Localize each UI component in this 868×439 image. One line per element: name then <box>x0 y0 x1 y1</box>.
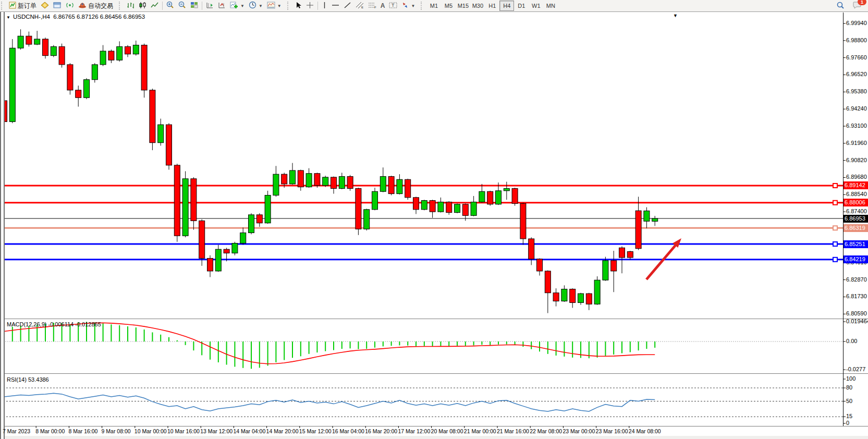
text-label-tool-button[interactable]: T <box>387 0 399 11</box>
notifications-button[interactable]: 1 <box>851 0 864 11</box>
signal-button[interactable] <box>64 0 76 11</box>
periods-clock-icon <box>249 1 256 10</box>
timeframe-button-h1[interactable]: H1 <box>485 1 499 11</box>
new-order-label: 新订单 <box>18 2 36 10</box>
search-icon <box>836 1 845 11</box>
periods-dropdown-caret[interactable]: ▼ <box>259 4 263 8</box>
current-price-label[interactable]: 6.86953 <box>843 215 868 223</box>
mt4-terminal-window: 新订单 自动交易 <box>0 0 868 439</box>
window-bottom-border <box>0 436 868 439</box>
text-label-icon: T <box>389 2 397 10</box>
timeframe-toolbar: M1M5M15M30H1H4D1W1MN <box>426 1 558 11</box>
toolbar-separator <box>317 2 318 10</box>
text-icon: A <box>381 2 385 9</box>
signal-icon <box>66 2 74 10</box>
tile-windows-button[interactable] <box>188 0 200 11</box>
timeframe-button-m15[interactable]: M15 <box>456 1 470 11</box>
vertical-line-icon <box>322 2 327 10</box>
data-window-button[interactable] <box>51 0 64 11</box>
level-price-label[interactable]: 6.88006 <box>843 199 868 206</box>
toolbar-grip <box>287 2 290 10</box>
chart-canvas[interactable] <box>0 0 868 439</box>
zoom-in-button[interactable] <box>164 0 176 11</box>
templates-dropdown-caret[interactable]: ▼ <box>277 4 282 8</box>
candlestick-chart-button[interactable] <box>137 0 149 11</box>
timeframe-button-m30[interactable]: M30 <box>470 1 485 11</box>
templates-icon <box>267 2 275 10</box>
templates-button[interactable]: ▼ <box>265 0 284 11</box>
arrows-tool-button[interactable]: ▼ <box>399 0 417 11</box>
cursor-icon <box>295 2 302 10</box>
toolbar-separator <box>202 2 202 10</box>
chart-shift-button[interactable] <box>204 0 216 11</box>
indicators-button[interactable]: ▼ <box>228 0 247 11</box>
horizontal-line-icon <box>332 2 339 10</box>
horizontal-level-lines[interactable] <box>3 184 843 262</box>
crosshair-tool-button[interactable] <box>304 0 316 11</box>
search-button[interactable] <box>834 0 847 11</box>
cursor-tool-button[interactable] <box>293 0 304 11</box>
channel-tool-button[interactable]: E <box>353 0 366 11</box>
vertical-line-tool-button[interactable] <box>320 0 329 11</box>
data-window-icon <box>53 2 62 10</box>
horizontal-line-tool-button[interactable] <box>329 0 341 11</box>
notification-badge: 1 <box>858 0 866 5</box>
macd-signal-line <box>4 323 655 363</box>
main-chart-pane[interactable] <box>2 29 843 313</box>
bar-chart-icon <box>127 2 135 10</box>
toolbar-separator <box>162 2 163 10</box>
arrows-dropdown-caret[interactable]: ▼ <box>411 4 415 8</box>
new-order-icon <box>9 2 16 10</box>
crosshair-icon <box>306 2 314 10</box>
window-left-border <box>0 11 5 439</box>
rsi-pane[interactable] <box>3 388 843 417</box>
auto-scroll-button[interactable] <box>216 0 228 11</box>
line-chart-button[interactable] <box>149 0 161 11</box>
chart-shift-icon <box>206 2 214 10</box>
channel-icon: E <box>356 2 364 10</box>
zoom-out-icon <box>178 1 186 10</box>
auto-trading-button[interactable]: 自动交易 <box>76 0 115 11</box>
indicators-dropdown-caret[interactable]: ▼ <box>240 4 244 8</box>
svg-text:T: T <box>392 3 395 8</box>
arrows-icon <box>401 2 409 10</box>
toolbar-grip <box>421 2 424 10</box>
auto-scroll-icon <box>218 2 226 10</box>
trendline-tool-button[interactable] <box>341 0 353 11</box>
level-price-label[interactable]: 6.84219 <box>843 255 868 263</box>
fibonacci-tool-button[interactable]: F <box>366 0 378 11</box>
text-tool-button[interactable]: A <box>378 0 387 11</box>
timeframe-button-m5[interactable]: M5 <box>441 1 456 11</box>
new-order-button[interactable]: 新订单 <box>7 0 39 11</box>
toolbar-grip <box>1 2 4 10</box>
timeframe-button-w1[interactable]: W1 <box>529 1 543 11</box>
svg-text:E: E <box>361 6 363 9</box>
svg-text:F: F <box>374 6 376 9</box>
zoom-in-icon <box>166 1 174 10</box>
fibonacci-icon: F <box>368 2 376 10</box>
bar-chart-button[interactable] <box>125 0 137 11</box>
trendline-icon <box>344 2 351 10</box>
market-watch-button[interactable] <box>39 0 51 11</box>
timeframe-button-d1[interactable]: D1 <box>514 1 529 11</box>
line-chart-icon <box>151 2 158 10</box>
timeframe-button-m1[interactable]: M1 <box>426 1 441 11</box>
toolbar-grip <box>119 2 122 10</box>
level-price-label[interactable]: 6.85251 <box>843 240 868 248</box>
market-watch-icon <box>41 2 49 10</box>
auto-trading-label: 自动交易 <box>88 2 113 10</box>
periods-button[interactable]: ▼ <box>247 0 265 11</box>
axes <box>0 13 868 428</box>
candlestick-chart-icon <box>139 2 146 10</box>
macd-pane[interactable] <box>3 322 843 369</box>
zoom-out-button[interactable] <box>176 0 188 11</box>
auto-trading-icon <box>78 2 87 10</box>
indicators-icon <box>230 1 238 10</box>
level-price-label[interactable]: 6.86319 <box>843 224 868 232</box>
candlestick-series <box>2 29 658 313</box>
tile-windows-icon <box>190 2 198 10</box>
level-price-label[interactable]: 6.89142 <box>843 181 868 189</box>
rsi-line <box>4 393 655 411</box>
timeframe-button-mn[interactable]: MN <box>543 1 558 11</box>
timeframe-button-h4[interactable]: H4 <box>499 1 514 11</box>
